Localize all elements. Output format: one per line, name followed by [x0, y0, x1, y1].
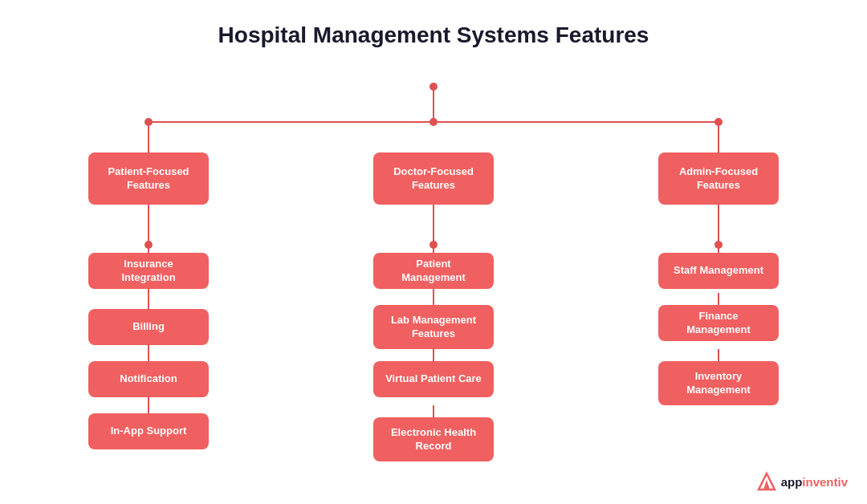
insurance-node: Insurance Integration: [88, 253, 209, 289]
finance-mgmt-node: Finance Management: [658, 305, 779, 341]
svg-point-23: [429, 241, 438, 249]
inapp-node: In-App Support: [88, 413, 209, 449]
svg-point-18: [429, 83, 438, 91]
patient-mgmt-node: Patient Management: [373, 253, 494, 289]
svg-point-22: [144, 241, 153, 249]
billing-node: Billing: [88, 309, 209, 345]
appinventiv-logo-icon: [755, 470, 778, 493]
lab-mgmt-node: Lab Management Features: [373, 305, 494, 349]
diagram-container: Patient-Focused Features Doctor-Focused …: [0, 72, 867, 472]
patient-focused-node: Patient-Focused Features: [88, 152, 209, 205]
svg-marker-26: [763, 480, 770, 490]
svg-point-20: [429, 118, 438, 126]
svg-point-24: [714, 241, 722, 249]
admin-focused-node: Admin-Focused Features: [658, 152, 779, 205]
svg-point-21: [714, 118, 722, 126]
notification-node: Notification: [88, 361, 209, 397]
svg-point-19: [144, 118, 153, 126]
logo: appinventiv: [755, 470, 848, 493]
logo-text: appinventiv: [781, 475, 848, 489]
virtual-care-node: Virtual Patient Care: [373, 361, 494, 397]
page-title: Hospital Management Systems Features: [0, 0, 867, 56]
staff-mgmt-node: Staff Management: [658, 253, 779, 289]
doctor-focused-node: Doctor-Focused Features: [373, 152, 494, 205]
ehr-node: Electronic Health Record: [373, 417, 494, 461]
inventory-mgmt-node: Inventory Management: [658, 361, 779, 405]
